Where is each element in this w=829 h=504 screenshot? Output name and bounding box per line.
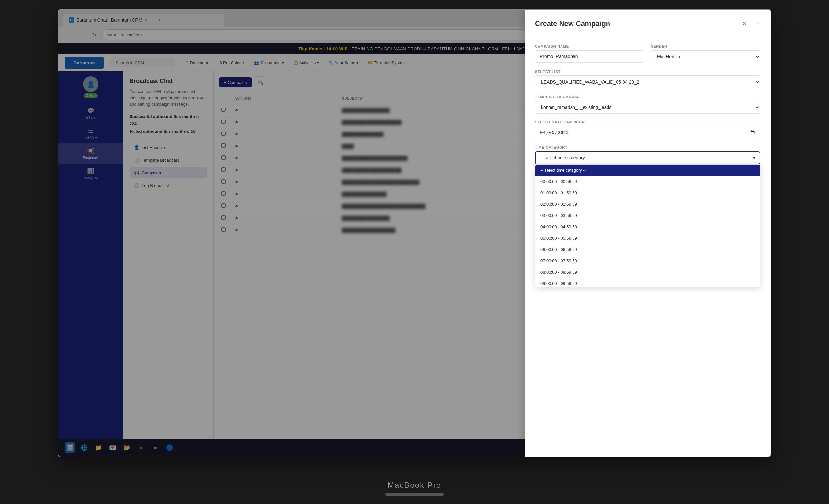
time-option-1[interactable]: 01:00:00 - 01:59:59: [535, 187, 760, 199]
time-dropdown[interactable]: -- select time category -- 00:00:00 - 00…: [535, 164, 760, 287]
time-category-value: -- select time category --: [540, 155, 589, 160]
time-category-container: -- select time category -- ▾ -- select t…: [535, 151, 760, 164]
time-option-5[interactable]: 05:00:00 - 05:59:59: [535, 232, 760, 244]
time-category-group: TIME CATEGORY -- select time category --…: [535, 145, 760, 164]
time-option-2[interactable]: 02:00:00 - 02:59:59: [535, 199, 760, 210]
modal-overlay: Create New Campaign ✕ → CAMPAIGN NAME: [58, 71, 771, 457]
screen-area: B Barantum Chat - Barantum CRM ✕ + ← → ↻…: [58, 10, 771, 457]
form-row-2: SELECT LIST LEADS_QUALIFIED_WABA_VALID_0…: [535, 71, 760, 88]
app-container: Tiap Kamis | 14:00 WIB TRAINING PENGGUNA…: [58, 43, 771, 457]
form-row-5: TIME CATEGORY -- select time category --…: [535, 145, 760, 164]
time-option-4[interactable]: 04:00:00 - 04:59:59: [535, 221, 760, 232]
macbook-bottom: MacBook Pro: [385, 457, 444, 502]
date-campaign-input[interactable]: [535, 126, 760, 139]
template-broadcast-label: TEMPLATE BROADCAST: [535, 95, 760, 99]
form-row-4: SELECT DATE CAMPAIGN: [535, 120, 760, 139]
macbook-trackpad: [385, 493, 444, 496]
time-category-display[interactable]: -- select time category -- ▾: [535, 151, 760, 164]
select-list-group: SELECT LIST LEADS_QUALIFIED_WABA_VALID_0…: [535, 71, 760, 88]
select-list-select[interactable]: LEADS_QUALIFIED_WABA_VALID_05-04-23_2: [535, 75, 760, 88]
template-broadcast-select[interactable]: konten_ramadan_1_existing_leads: [535, 101, 760, 114]
date-campaign-label: SELECT DATE CAMPAIGN: [535, 120, 760, 124]
time-option-7[interactable]: 07:00:00 - 07:59:59: [535, 255, 760, 266]
macbook-frame: B Barantum Chat - Barantum CRM ✕ + ← → ↻…: [0, 0, 829, 504]
template-broadcast-group: TEMPLATE BROADCAST konten_ramadan_1_exis…: [535, 95, 760, 114]
date-campaign-group: SELECT DATE CAMPAIGN: [535, 120, 760, 139]
content-area: 👤 Online 💬 Inbox ☰ List View 📢 Broadcast: [58, 71, 771, 457]
create-campaign-modal: Create New Campaign ✕ → CAMPAIGN NAME: [525, 71, 771, 457]
modal-body: CAMPAIGN NAME SENDER Elin Herlina: [525, 71, 771, 457]
time-option-9[interactable]: 09:00:00 - 09:59:59: [535, 278, 760, 287]
time-option-default[interactable]: -- select time category --: [535, 165, 760, 176]
macbook-label: MacBook Pro: [388, 481, 441, 490]
time-option-8[interactable]: 08:00:00 - 08:59:59: [535, 266, 760, 278]
time-option-6[interactable]: 06:00:00 - 06:59:59: [535, 244, 760, 255]
chevron-down-icon: ▾: [753, 155, 755, 160]
time-option-0[interactable]: 00:00:00 - 00:59:59: [535, 176, 760, 187]
form-row-3: TEMPLATE BROADCAST konten_ramadan_1_exis…: [535, 95, 760, 114]
time-option-3[interactable]: 03:00:00 - 03:59:59: [535, 210, 760, 221]
time-category-label: TIME CATEGORY: [535, 145, 760, 149]
select-list-label: SELECT LIST: [535, 71, 760, 74]
